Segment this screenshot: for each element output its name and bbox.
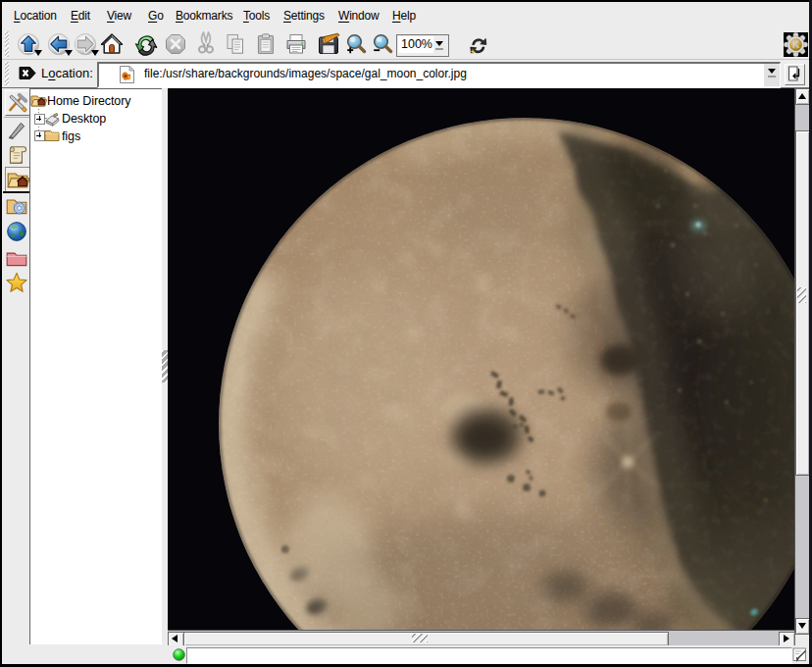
svg-text:K: K	[792, 39, 800, 50]
